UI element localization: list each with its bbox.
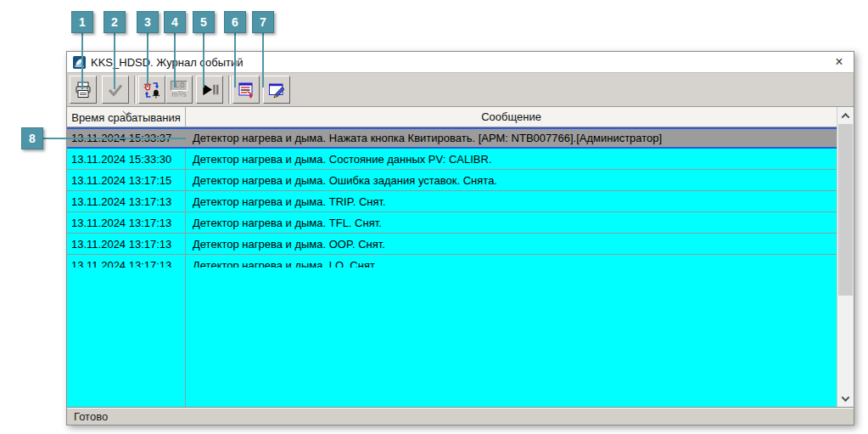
toolbar-separator [228, 76, 231, 104]
callout-badge-1: 1 [71, 11, 93, 33]
toolbar: 1.0 m³/s [67, 73, 854, 107]
callout-leader-line [262, 33, 264, 87]
callout-badge-7: 7 [252, 11, 274, 33]
event-time: 13.11.2024 13:17:13 [67, 191, 186, 211]
callout-leader-line [174, 33, 176, 87]
callout-leader-line [81, 33, 83, 89]
scroll-up-button[interactable] [837, 108, 854, 123]
flow-units-icon: 1.0 m³/s [171, 81, 188, 99]
callout-leader-line [114, 33, 115, 89]
callout-badge-8: 8 [21, 127, 43, 149]
alarm-toggle-button[interactable] [138, 76, 165, 104]
event-message: Детектор нагрева и дыма. Ошибка задания … [186, 170, 837, 190]
app-logo-icon [73, 56, 86, 69]
table-row[interactable]: 13.11.2024 13:17:13 Детектор нагрева и д… [67, 191, 837, 212]
event-list-export-button[interactable] [232, 76, 260, 104]
callout-badge-6: 6 [224, 11, 246, 33]
callout-badge-5: 5 [193, 11, 215, 33]
event-message: Детектор нагрева и дыма. TRIP. Снят. [186, 191, 837, 211]
chevron-up-icon [842, 112, 850, 121]
print-button[interactable] [70, 76, 97, 104]
event-time: 13.11.2024 15:33:30 [67, 149, 186, 169]
table-row[interactable]: 13.11.2024 15:33:30 Детектор нагрева и д… [67, 149, 837, 170]
table-row[interactable]: 13.11.2024 13:17:15 Детектор нагрева и д… [67, 170, 837, 191]
partial-row [67, 268, 837, 408]
column-header-message[interactable]: Сообщение [186, 107, 837, 127]
callout-leader-line [43, 138, 186, 139]
event-message: Детектор нагрева и дыма. TFL. Снят. [186, 212, 837, 233]
table-row[interactable]: 13.11.2024 13:17:13 Детектор нагрева и д… [67, 212, 837, 234]
status-text: Готово [74, 410, 108, 423]
callout-badge-4: 4 [164, 11, 186, 33]
acknowledge-check-icon [106, 81, 125, 99]
status-bar: Готово [67, 407, 854, 425]
play-pause-button[interactable] [196, 76, 223, 104]
alarm-toggle-icon [143, 81, 161, 99]
callout-badge-2: 2 [104, 11, 126, 33]
event-message: Детектор нагрева и дыма. OOP. Снят. [186, 234, 837, 254]
chevron-down-icon [842, 393, 850, 402]
toolbar-separator [134, 76, 137, 104]
partial-row-time-cell [67, 268, 186, 408]
event-list-export-icon [237, 81, 255, 99]
column-header-time[interactable]: Время срабатывания [67, 107, 186, 127]
event-message: Детектор нагрева и дыма. Состояние данны… [186, 149, 837, 169]
callout-badge-3: 3 [137, 11, 159, 33]
event-grid: Время срабатывания Сообщение 13.11.2024 … [67, 107, 837, 407]
table-header: Время срабатывания Сообщение [67, 107, 837, 127]
flow-units-button[interactable]: 1.0 m³/s [165, 76, 193, 104]
scroll-down-button[interactable] [837, 391, 854, 406]
callout-leader-line [147, 33, 148, 87]
event-log-window: KKS_HDSD. Журнал событий × [66, 51, 854, 426]
column-header-message-label: Сообщение [481, 110, 541, 123]
flow-units-label: m³/s [171, 91, 187, 99]
event-message: Детектор нагрева и дыма. Нажата кнопка К… [186, 129, 837, 147]
callout-leader-line [234, 33, 236, 87]
acknowledge-button[interactable] [102, 76, 129, 104]
table-row[interactable]: 13.11.2024 13:17:13 Детектор нагрева и д… [67, 234, 837, 255]
flow-value: 1.0 [171, 81, 188, 90]
sort-chevron-down-icon [122, 109, 129, 116]
scrollbar-thumb[interactable] [838, 124, 853, 296]
event-table-body: 13.11.2024 15:33:37 Детектор нагрева и д… [67, 127, 837, 268]
event-table: Время срабатывания Сообщение 13.11.2024 … [67, 107, 854, 407]
vertical-scrollbar[interactable] [837, 107, 854, 407]
callout-leader-line [203, 33, 204, 87]
print-icon [74, 81, 92, 99]
event-time: 13.11.2024 13:17:15 [67, 170, 186, 190]
event-time: 13.11.2024 13:17:13 [67, 212, 186, 233]
event-time: 13.11.2024 13:17:13 [67, 234, 186, 254]
title-bar[interactable]: KKS_HDSD. Журнал событий × [67, 52, 854, 73]
edit-note-button[interactable] [263, 76, 290, 104]
edit-note-icon [267, 81, 286, 99]
close-icon[interactable]: × [831, 54, 848, 70]
